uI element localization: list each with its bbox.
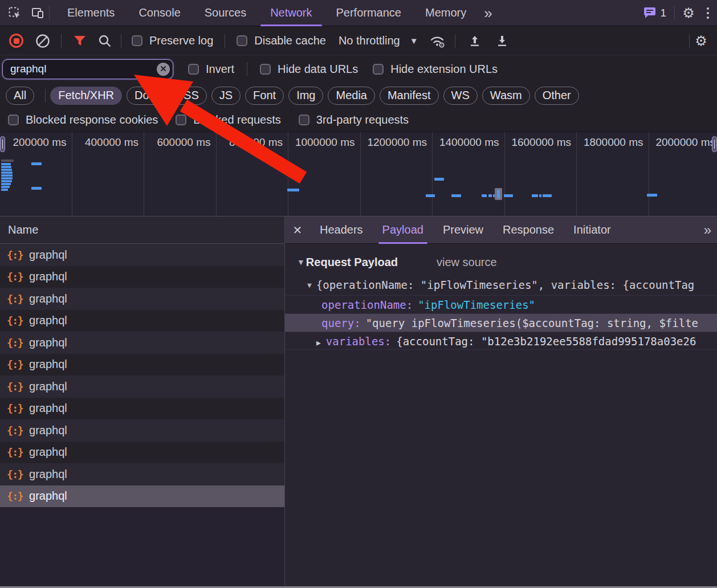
preserve-log-checkbox[interactable] bbox=[132, 35, 142, 46]
throttling-value: No throttling bbox=[339, 34, 400, 47]
request-row[interactable]: {:} graphql bbox=[0, 419, 284, 442]
request-row[interactable]: {:} graphql bbox=[0, 354, 284, 376]
disable-cache-checkbox[interactable] bbox=[237, 35, 247, 46]
clear-network-log-icon[interactable] bbox=[30, 30, 55, 52]
overview-grip-left[interactable] bbox=[0, 136, 5, 152]
network-toolbar: Preserve log Disable cache No throttling… bbox=[0, 27, 717, 55]
main-tab[interactable]: Network bbox=[258, 0, 324, 26]
request-payload-section[interactable]: ▼ Request Payload view source bbox=[297, 253, 717, 271]
main-tab[interactable]: Memory bbox=[413, 0, 478, 26]
resource-type-chip[interactable]: Doc bbox=[127, 87, 163, 105]
resource-type-chip[interactable]: Font bbox=[245, 87, 284, 105]
advanced-filter-toggle[interactable]: Blocked response cookies bbox=[8, 113, 158, 126]
main-tab[interactable]: Console bbox=[127, 0, 192, 26]
details-tab[interactable]: Initiator bbox=[564, 217, 621, 244]
more-details-tabs-icon[interactable]: » bbox=[698, 223, 717, 237]
payload-row-query[interactable]: query:"query ipFlowTimeseries($accountTa… bbox=[285, 313, 717, 332]
hide-extension-urls-checkbox[interactable] bbox=[373, 64, 384, 75]
request-row[interactable]: {:} graphql bbox=[0, 485, 284, 508]
resource-type-chip[interactable]: CSS bbox=[168, 87, 207, 105]
resource-type-chip[interactable]: Manifest bbox=[380, 87, 439, 105]
request-row[interactable]: {:} graphql bbox=[0, 288, 284, 310]
view-source-link[interactable]: view source bbox=[437, 256, 497, 269]
advanced-filter-toggle[interactable]: 3rd-party requests bbox=[299, 113, 409, 126]
requests-table: Name {:} graphql {:} graphql {:} graphql… bbox=[0, 217, 285, 588]
inspect-element-icon[interactable] bbox=[3, 2, 26, 24]
filter-input[interactable] bbox=[2, 59, 173, 79]
advanced-filter-checkbox[interactable] bbox=[299, 115, 309, 125]
overview-grip-right[interactable] bbox=[712, 136, 717, 152]
network-conditions-icon[interactable] bbox=[425, 30, 450, 52]
more-options-icon[interactable] bbox=[702, 7, 717, 19]
request-row[interactable]: {:} graphql bbox=[0, 398, 284, 420]
advanced-filter-checkbox[interactable] bbox=[176, 115, 186, 125]
hide-data-urls-toggle[interactable]: Hide data URLs bbox=[260, 63, 358, 76]
advanced-filter-toggle[interactable]: Blocked requests bbox=[176, 113, 280, 126]
details-tab[interactable]: Headers bbox=[310, 217, 373, 244]
waterfall-bar bbox=[434, 178, 444, 181]
invert-checkbox[interactable] bbox=[188, 64, 199, 75]
request-row[interactable]: {:} graphql bbox=[0, 463, 284, 485]
payload-root-node[interactable]: ▼ {operationName: "ipFlowTimeseries", va… bbox=[307, 276, 717, 293]
details-tabbar: ✕ HeadersPayloadPreviewResponseInitiator… bbox=[285, 217, 717, 244]
network-settings-gear-icon[interactable]: ⚙ bbox=[690, 30, 712, 52]
advanced-filter-checkbox[interactable] bbox=[8, 115, 19, 125]
network-overview-timeline[interactable]: 200000 ms400000 ms600000 ms800000 ms1000… bbox=[0, 132, 717, 217]
filter-funnel-icon[interactable] bbox=[67, 30, 92, 52]
resource-type-chip[interactable]: Other bbox=[535, 87, 579, 105]
resource-type-chip[interactable]: JS bbox=[211, 87, 241, 105]
request-details-panel: ✕ HeadersPayloadPreviewResponseInitiator… bbox=[285, 217, 717, 588]
preserve-log-label: Preserve log bbox=[149, 34, 213, 47]
close-details-icon[interactable]: ✕ bbox=[285, 217, 310, 244]
resource-type-chip[interactable]: Fetch/XHR bbox=[50, 87, 122, 105]
more-tabs-icon[interactable]: » bbox=[478, 6, 498, 21]
collapse-triangle-icon[interactable]: ▼ bbox=[297, 258, 305, 267]
details-tab[interactable]: Payload bbox=[373, 217, 433, 244]
resource-type-chip[interactable]: Img bbox=[288, 87, 323, 105]
request-row[interactable]: {:} graphql bbox=[0, 332, 284, 354]
request-rows: {:} graphql {:} graphql {:} graphql {:} … bbox=[0, 244, 284, 507]
main-tab[interactable]: Sources bbox=[193, 0, 258, 26]
invert-toggle[interactable]: Invert bbox=[188, 63, 234, 76]
request-row[interactable]: {:} graphql bbox=[0, 310, 284, 332]
request-name: graphql bbox=[29, 446, 67, 459]
fetch-xhr-icon: {:} bbox=[7, 358, 23, 370]
clear-filter-icon[interactable]: ✕ bbox=[157, 63, 170, 76]
details-tab[interactable]: Preview bbox=[433, 217, 493, 244]
resource-type-chip[interactable]: All bbox=[6, 87, 34, 105]
payload-row-variables[interactable]: ▶variables:{accountTag: "b12e3b2192ee558… bbox=[285, 332, 717, 350]
resource-type-chip[interactable]: Media bbox=[328, 87, 374, 105]
disable-cache-toggle[interactable]: Disable cache bbox=[237, 34, 326, 47]
record-network-log-icon[interactable] bbox=[9, 34, 23, 48]
issues-button[interactable]: 1 bbox=[643, 7, 666, 19]
hide-extension-urls-toggle[interactable]: Hide extension URLs bbox=[373, 63, 498, 76]
waterfall-bar bbox=[1, 160, 14, 162]
request-row[interactable]: {:} graphql bbox=[0, 266, 284, 288]
expand-triangle-icon[interactable]: ▼ bbox=[307, 281, 312, 289]
resource-type-chip[interactable]: WS bbox=[443, 87, 478, 105]
device-toolbar-icon[interactable] bbox=[26, 2, 49, 24]
import-har-icon[interactable] bbox=[462, 30, 487, 52]
name-column-header[interactable]: Name bbox=[0, 217, 284, 244]
resource-type-chip[interactable]: Wasm bbox=[482, 87, 530, 105]
request-row[interactable]: {:} graphql bbox=[0, 244, 284, 266]
request-row[interactable]: {:} graphql bbox=[0, 442, 284, 464]
payload-key: variables: bbox=[326, 335, 391, 348]
hide-data-urls-checkbox[interactable] bbox=[260, 64, 271, 75]
request-name: graphql bbox=[29, 270, 67, 283]
throttling-select[interactable]: No throttling ▼ bbox=[339, 34, 418, 47]
payload-value: "query ipFlowTimeseries($accountTag: str… bbox=[366, 317, 698, 329]
main-tab[interactable]: Elements bbox=[55, 0, 127, 26]
fetch-xhr-icon: {:} bbox=[7, 490, 23, 502]
expand-triangle-icon[interactable]: ▶ bbox=[316, 338, 321, 347]
details-tab[interactable]: Response bbox=[493, 217, 564, 244]
search-icon[interactable] bbox=[92, 30, 117, 52]
payload-value: "ipFlowTimeseries" bbox=[418, 299, 535, 311]
export-har-icon[interactable] bbox=[490, 30, 515, 52]
payload-row-operation-name[interactable]: operationName:"ipFlowTimeseries" bbox=[285, 295, 717, 313]
main-tab[interactable]: Performance bbox=[324, 0, 414, 26]
request-row[interactable]: {:} graphql bbox=[0, 375, 284, 398]
preserve-log-toggle[interactable]: Preserve log bbox=[132, 34, 213, 47]
fetch-xhr-icon: {:} bbox=[7, 381, 23, 393]
settings-gear-icon[interactable]: ⚙ bbox=[677, 2, 700, 24]
